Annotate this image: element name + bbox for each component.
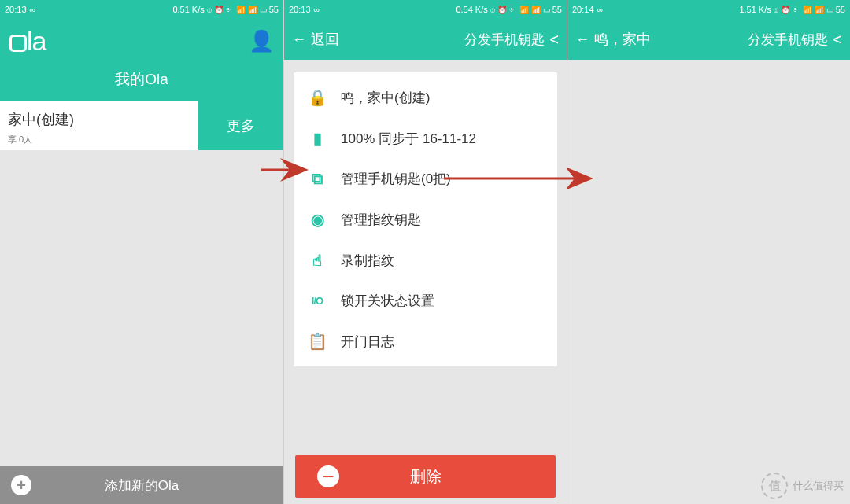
add-ola-button[interactable]: + 添加新的Ola — [0, 466, 283, 504]
signal-icon: 📶 — [531, 6, 541, 14]
io-icon: I/O — [308, 295, 327, 307]
device-card[interactable]: 家中(创建) 享 0人 更多 — [0, 101, 283, 150]
lock-icon: 🔒 — [308, 88, 327, 107]
wifi-icon: ᯤ — [509, 6, 517, 14]
status-battery: 55 — [269, 5, 279, 14]
signal-icon: 📶 — [248, 6, 257, 14]
bluetooth-icon: ⌽ — [774, 6, 778, 14]
app-header: la 👤 我的Ola — [0, 19, 283, 101]
bluetooth-icon: ⌽ — [490, 6, 495, 14]
touch-icon: ☝︎ — [308, 251, 327, 270]
pane-keys-list: 20:14 ∞ 1.51 K/s ⌽ ⏰ ᯤ 📶 📶 ▭ 55 ← 鸣，家中 分… — [567, 0, 850, 504]
alarm-icon: ⏰ — [214, 6, 224, 14]
signal-icon: 📶 — [236, 6, 246, 14]
profile-icon[interactable]: 👤 — [249, 29, 274, 53]
row-device-name[interactable]: 🔒鸣，家中(创建) — [294, 77, 557, 118]
row-open-log[interactable]: 📋开门日志 — [294, 321, 557, 362]
battery-icon: ▭ — [260, 6, 267, 14]
logo-square-icon — [9, 35, 27, 52]
row-manage-phone-keys[interactable]: ⧉管理手机钥匙(0把) — [294, 159, 557, 199]
delete-label: 删除 — [410, 466, 442, 487]
row-lock-switch-settings[interactable]: I/O锁开关状态设置 — [294, 281, 557, 321]
pane-settings: 20:13 ∞ 0.54 K/s ⌽ ⏰ ᯤ 📶 📶 ▭ 55 ← 返回 分发手… — [283, 0, 567, 504]
delete-button[interactable]: − 删除 — [295, 455, 556, 498]
status-bar: 20:13 ∞ 0.51 K/s ⌽ ⏰ ᯤ 📶 📶 ▭ 55 — [0, 0, 283, 19]
status-infinity-icon: ∞ — [597, 5, 604, 14]
add-bar-label: 添加新的Ola — [105, 476, 179, 495]
bluetooth-icon: ⌽ — [207, 6, 212, 14]
status-time: 20:13 — [289, 5, 311, 14]
alarm-icon: ⏰ — [497, 6, 507, 14]
plus-icon: + — [11, 475, 31, 495]
watermark-badge-icon: 值 — [761, 473, 788, 499]
nav-header: ← 返回 分发手机钥匙 < — [284, 19, 567, 60]
arrow-left-icon: ← — [292, 31, 306, 48]
wifi-icon: ᯤ — [793, 6, 800, 14]
signal-icon: 📶 — [519, 6, 529, 14]
wifi-icon: ᯤ — [226, 6, 234, 14]
row-sync-status[interactable]: ▮100% 同步于 16-11-12 — [294, 118, 557, 159]
clipboard-icon: 📋 — [308, 332, 327, 351]
status-infinity-icon: ∞ — [314, 5, 320, 14]
minus-icon: − — [317, 465, 339, 487]
clipboard-share-icon: ⧉ — [308, 170, 327, 188]
back-button[interactable]: ← 返回 — [292, 30, 339, 49]
nav-header: ← 鸣，家中 分发手机钥匙 < — [567, 19, 850, 60]
back-label: 鸣，家中 — [594, 30, 651, 49]
device-subtitle: 享 0人 — [8, 134, 190, 145]
status-time: 20:13 — [5, 5, 27, 14]
arrow-left-icon: ← — [575, 31, 589, 48]
battery-icon: ▭ — [826, 6, 833, 14]
status-bar: 20:13 ∞ 0.54 K/s ⌽ ⏰ ᯤ 📶 📶 ▭ 55 — [284, 0, 567, 19]
signal-icon: 📶 — [803, 6, 812, 14]
status-battery: 55 — [836, 5, 845, 14]
battery-full-icon: ▮ — [308, 129, 327, 148]
battery-icon: ▭ — [543, 6, 550, 14]
share-icon[interactable]: < — [549, 31, 559, 49]
watermark: 值 什么值得买 — [761, 473, 844, 499]
back-button[interactable]: ← 鸣，家中 — [575, 30, 651, 49]
share-icon[interactable]: < — [833, 31, 842, 49]
status-infinity-icon: ∞ — [30, 5, 36, 14]
header-subtitle: 我的Ola — [0, 63, 283, 101]
nav-title: 分发手机钥匙 — [748, 31, 828, 49]
row-record-fingerprint[interactable]: ☝︎录制指纹 — [294, 240, 557, 281]
status-battery: 55 — [552, 5, 562, 14]
device-name: 家中(创建) — [8, 110, 190, 129]
status-speed: 0.51 K/s — [172, 5, 204, 14]
alarm-icon: ⏰ — [781, 6, 790, 14]
status-time: 20:14 — [572, 5, 594, 14]
nav-title: 分发手机钥匙 — [464, 31, 545, 49]
back-label: 返回 — [311, 30, 339, 49]
brand-logo: la — [9, 26, 46, 57]
fingerprint-icon: ◉ — [308, 210, 327, 229]
status-speed: 0.54 K/s — [456, 5, 487, 14]
signal-icon: 📶 — [815, 6, 824, 14]
status-bar: 20:14 ∞ 1.51 K/s ⌽ ⏰ ᯤ 📶 📶 ▭ 55 — [567, 0, 850, 19]
row-manage-fingerprint-keys[interactable]: ◉管理指纹钥匙 — [294, 199, 557, 240]
pane-home: 20:13 ∞ 0.51 K/s ⌽ ⏰ ᯤ 📶 📶 ▭ 55 la 👤 我的O… — [0, 0, 283, 504]
more-button[interactable]: 更多 — [198, 101, 283, 150]
watermark-text: 什么值得买 — [793, 479, 844, 493]
status-speed: 1.51 K/s — [739, 5, 771, 14]
settings-card: 🔒鸣，家中(创建) ▮100% 同步于 16-11-12 ⧉管理手机钥匙(0把)… — [294, 72, 557, 366]
